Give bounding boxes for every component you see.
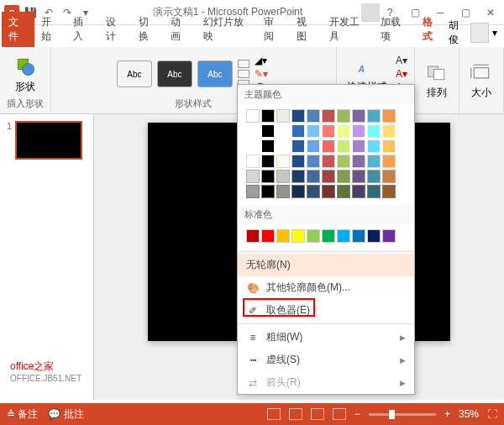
color-swatch[interactable] <box>291 229 305 243</box>
color-swatch[interactable] <box>246 139 260 153</box>
color-swatch[interactable] <box>307 155 320 168</box>
color-swatch[interactable] <box>322 229 335 243</box>
reading-view-icon[interactable] <box>311 408 324 420</box>
comments-button[interactable]: 💬 批注 <box>48 407 83 422</box>
color-swatch[interactable] <box>261 185 275 198</box>
color-swatch[interactable] <box>307 139 320 153</box>
color-swatch[interactable] <box>291 185 305 198</box>
weight-item[interactable]: ≡ 粗细(W) ▶ <box>238 326 414 349</box>
color-swatch[interactable] <box>246 155 260 168</box>
color-swatch[interactable] <box>261 170 275 183</box>
color-swatch[interactable] <box>382 185 396 198</box>
color-swatch[interactable] <box>276 185 290 198</box>
tab-animations[interactable]: 动画 <box>164 12 197 47</box>
tab-slideshow[interactable]: 幻灯片放映 <box>197 12 258 47</box>
color-swatch[interactable] <box>337 185 350 198</box>
color-swatch[interactable] <box>382 155 396 168</box>
color-swatch[interactable] <box>337 229 350 243</box>
tab-review[interactable]: 审阅 <box>257 12 290 47</box>
color-swatch[interactable] <box>291 124 305 138</box>
color-swatch[interactable] <box>246 170 260 183</box>
text-outline-icon[interactable]: A▾ <box>396 68 407 80</box>
color-swatch[interactable] <box>291 155 305 168</box>
zoom-out-icon[interactable]: − <box>354 408 360 420</box>
color-swatch[interactable] <box>322 185 335 198</box>
shape-outline-button[interactable]: ✎▾ <box>255 68 270 80</box>
style-preset-1[interactable]: Abc <box>117 60 152 87</box>
color-swatch[interactable] <box>261 155 275 168</box>
tab-addins[interactable]: 加载项 <box>374 12 416 47</box>
color-swatch[interactable] <box>276 229 290 243</box>
color-swatch[interactable] <box>337 170 350 183</box>
color-swatch[interactable] <box>382 170 396 183</box>
color-swatch[interactable] <box>246 229 260 243</box>
color-swatch[interactable] <box>322 109 335 123</box>
color-swatch[interactable] <box>337 155 350 168</box>
shapes-button[interactable]: 形状 <box>10 53 40 96</box>
color-swatch[interactable] <box>367 185 381 198</box>
color-swatch[interactable] <box>367 139 381 153</box>
color-swatch[interactable] <box>276 109 290 123</box>
color-swatch[interactable] <box>352 124 365 138</box>
color-swatch[interactable] <box>307 124 320 138</box>
color-swatch[interactable] <box>382 109 396 123</box>
fit-window-icon[interactable]: ⛶ <box>487 408 497 420</box>
color-swatch[interactable] <box>261 124 275 138</box>
color-swatch[interactable] <box>246 124 260 138</box>
color-swatch[interactable] <box>337 124 350 138</box>
color-swatch[interactable] <box>322 139 335 153</box>
color-swatch[interactable] <box>337 139 350 153</box>
color-swatch[interactable] <box>352 170 365 183</box>
color-swatch[interactable] <box>307 185 320 198</box>
color-swatch[interactable] <box>322 170 335 183</box>
tab-view[interactable]: 视图 <box>290 12 323 47</box>
color-swatch[interactable] <box>291 170 305 183</box>
text-fill-icon[interactable]: A▾ <box>396 55 407 66</box>
color-swatch[interactable] <box>307 109 320 123</box>
arrange-button[interactable]: 排列 <box>422 59 452 102</box>
color-swatch[interactable] <box>382 229 396 243</box>
color-swatch[interactable] <box>261 229 275 243</box>
style-preset-3[interactable]: Abc <box>197 60 233 87</box>
color-swatch[interactable] <box>367 124 381 138</box>
tab-insert[interactable]: 插入 <box>66 12 99 47</box>
size-button[interactable]: 大小 <box>466 59 496 102</box>
more-colors-item[interactable]: 🎨 其他轮廓颜色(M)... <box>238 276 414 299</box>
tab-format[interactable]: 格式 <box>416 12 449 47</box>
tab-developer[interactable]: 开发工具 <box>323 12 374 47</box>
no-outline-item[interactable]: 无轮廓(N) <box>238 254 414 276</box>
color-swatch[interactable] <box>246 185 260 198</box>
thumbnail-1[interactable]: 1 <box>7 121 87 160</box>
tab-file[interactable]: 文件 <box>2 12 34 47</box>
shape-fill-button[interactable]: ◢▾ <box>255 55 270 66</box>
color-swatch[interactable] <box>352 185 365 198</box>
color-swatch[interactable] <box>261 139 275 153</box>
color-swatch[interactable] <box>276 155 290 168</box>
color-swatch[interactable] <box>382 139 396 153</box>
color-swatch[interactable] <box>382 124 396 138</box>
slideshow-view-icon[interactable] <box>333 408 346 420</box>
color-swatch[interactable] <box>322 124 335 138</box>
style-preset-2[interactable]: Abc <box>157 60 192 87</box>
color-swatch[interactable] <box>352 139 365 153</box>
sorter-view-icon[interactable] <box>289 408 302 420</box>
color-swatch[interactable] <box>367 155 381 168</box>
zoom-slider[interactable] <box>369 413 436 416</box>
dashes-item[interactable]: ┅ 虚线(S) ▶ <box>238 349 414 371</box>
color-swatch[interactable] <box>367 229 381 243</box>
color-swatch[interactable] <box>337 109 350 123</box>
color-swatch[interactable] <box>307 229 320 243</box>
color-swatch[interactable] <box>322 155 335 168</box>
color-swatch[interactable] <box>291 109 305 123</box>
color-swatch[interactable] <box>367 109 381 123</box>
zoom-level[interactable]: 35% <box>459 408 479 420</box>
tab-transitions[interactable]: 切换 <box>132 12 165 47</box>
user-area[interactable]: 胡俊 ▾ <box>449 18 504 47</box>
color-swatch[interactable] <box>261 109 275 123</box>
eyedropper-item[interactable]: ✐ 取色器(E) <box>238 299 414 322</box>
color-swatch[interactable] <box>276 139 290 153</box>
notes-button[interactable]: ≙ 备注 <box>7 407 38 422</box>
zoom-in-icon[interactable]: + <box>444 408 450 420</box>
color-swatch[interactable] <box>352 155 365 168</box>
user-menu-icon[interactable]: ▾ <box>492 27 497 39</box>
